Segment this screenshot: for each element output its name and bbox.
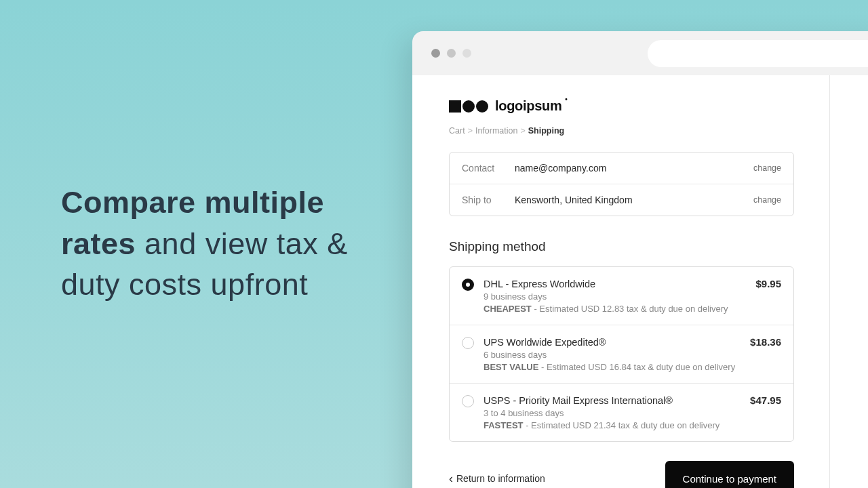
continue-button[interactable]: Continue to payment xyxy=(665,461,794,488)
method-days: 6 business days xyxy=(484,350,781,360)
method-days: 9 business days xyxy=(484,291,781,302)
url-bar[interactable] xyxy=(648,40,868,67)
breadcrumb-item: Shipping xyxy=(528,126,564,136)
chevron-right-icon: > xyxy=(468,126,473,136)
return-link[interactable]: Return to information xyxy=(449,472,545,486)
shipping-method-title: Shipping method xyxy=(449,239,794,254)
traffic-light-zoom-icon[interactable] xyxy=(462,49,471,58)
shipto-value: Kensworth, United Kingdom xyxy=(515,195,753,205)
order-summary-panel xyxy=(830,75,868,488)
review-shipto-row: Ship to Kensworth, United Kingdom change xyxy=(450,184,793,216)
logo-text: logoipsum xyxy=(495,98,561,114)
contact-value: name@company.com xyxy=(515,163,753,174)
method-tag: BEST VALUE - Estimated USD 16.84 tax & d… xyxy=(484,362,781,372)
method-tag: CHEAPEST - Estimated USD 12.83 tax & dut… xyxy=(484,304,781,314)
radio-icon xyxy=(462,337,474,349)
radio-icon xyxy=(462,279,474,291)
store-logo[interactable]: logoipsum xyxy=(449,98,794,114)
shipto-label: Ship to xyxy=(462,195,515,205)
logo-mark-icon xyxy=(449,100,488,113)
method-price: $9.95 xyxy=(755,278,781,289)
method-tag: FASTEST - Estimated USD 21.34 tax & duty… xyxy=(484,420,781,430)
browser-window: logoipsum Cart>Information>Shipping Cont… xyxy=(412,31,868,488)
breadcrumb: Cart>Information>Shipping xyxy=(449,126,794,136)
method-name: USPS - Priority Mail Express Internation… xyxy=(484,395,673,406)
method-days: 3 to 4 business days xyxy=(484,408,781,418)
change-contact-link[interactable]: change xyxy=(753,163,781,173)
change-shipto-link[interactable]: change xyxy=(753,195,781,205)
radio-icon xyxy=(462,395,474,407)
review-box: Contact name@company.com change Ship to … xyxy=(449,152,794,216)
breadcrumb-item[interactable]: Cart xyxy=(449,126,465,136)
method-name: UPS Worldwide Expedited® xyxy=(484,337,606,348)
review-contact-row: Contact name@company.com change xyxy=(450,152,793,184)
shipping-methods-list: DHL - Express Worldwide$9.959 business d… xyxy=(449,266,794,442)
traffic-light-close-icon[interactable] xyxy=(431,49,440,58)
traffic-light-minimize-icon[interactable] xyxy=(447,49,456,58)
method-name: DHL - Express Worldwide xyxy=(484,279,595,289)
shipping-method-option[interactable]: USPS - Priority Mail Express Internation… xyxy=(450,383,793,441)
breadcrumb-item[interactable]: Information xyxy=(475,126,518,136)
chevron-right-icon: > xyxy=(520,126,525,136)
window-titlebar xyxy=(412,31,868,75)
method-price: $47.95 xyxy=(750,394,781,406)
method-price: $18.36 xyxy=(750,336,781,348)
contact-label: Contact xyxy=(462,163,515,174)
hero-headline: Compare multiple rates and view tax & du… xyxy=(61,182,385,306)
shipping-method-option[interactable]: UPS Worldwide Expedited®$18.366 business… xyxy=(450,325,793,383)
shipping-method-option[interactable]: DHL - Express Worldwide$9.959 business d… xyxy=(450,267,793,325)
